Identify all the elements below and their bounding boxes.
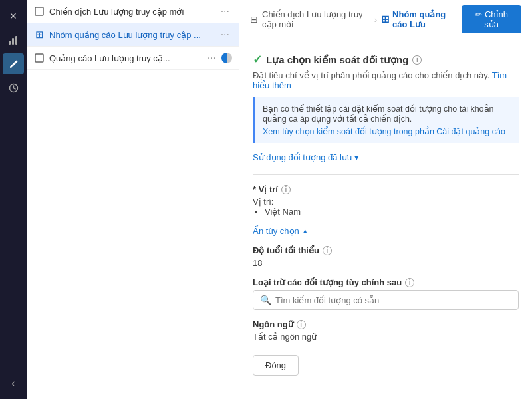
breadcrumb: ⊟ Chiến dịch Lưu lượng truy cập mới › ⊞ …	[250, 9, 462, 29]
content-body: ✓ Lựa chọn kiểm soát đối tượng i Đặt tiê…	[239, 39, 532, 399]
section-title: ✓ Lựa chọn kiểm soát đối tượng i	[253, 53, 519, 66]
adgroup-dots[interactable]: ···	[218, 29, 232, 41]
info-box-line1: Bạn có thể thiết lập cài đặt kiểm soát đ…	[263, 104, 511, 124]
campaign-label: Chiến dịch Lưu lượng truy cập mới	[49, 7, 218, 17]
svg-line-5	[13, 88, 15, 89]
info-box: Bạn có thể thiết lập cài đặt kiểm soát đ…	[253, 97, 519, 143]
edit-icon-btn[interactable]	[3, 53, 24, 74]
icon-sidebar: ✕ ‹	[0, 0, 27, 399]
close-button[interactable]: Đóng	[253, 355, 299, 376]
svg-rect-2	[15, 36, 17, 45]
ad-label: Quảng cáo Lưu lượng truy cậ...	[49, 53, 205, 63]
language-info-icon[interactable]: i	[297, 320, 306, 329]
breadcrumb-separator: ›	[374, 15, 377, 25]
adgroup-breadcrumb-icon: ⊞	[381, 13, 390, 25]
exclude-label: Loại trừ các đối tượng tùy chính sau i	[253, 277, 519, 287]
search-icon: 🔍	[260, 295, 271, 305]
info-box-link[interactable]: Xem tùy chọn kiểm soát đối tượng trong p…	[263, 127, 505, 136]
breadcrumb-page-icon: ⊟	[250, 14, 258, 25]
hide-options-btn[interactable]: Ẩn tùy chọn ▲	[253, 226, 309, 236]
min-age-label: Độ tuổi tối thiểu i	[253, 245, 519, 255]
section-info-icon[interactable]: i	[412, 55, 422, 65]
main-content: ⊟ Chiến dịch Lưu lượng truy cập mới › ⊞ …	[239, 0, 532, 399]
breadcrumb-campaign[interactable]: Chiến dịch Lưu lượng truy cập mới	[262, 9, 370, 29]
ad-status-badge	[221, 53, 232, 63]
divider-1	[253, 174, 519, 175]
check-icon: ✓	[253, 53, 262, 66]
svg-rect-6	[35, 7, 43, 15]
campaign-dots[interactable]: ···	[218, 5, 232, 17]
tree-item-adgroup[interactable]: ⊞ Nhóm quảng cáo Lưu lượng truy cập ... …	[27, 23, 239, 47]
adgroup-label: Nhóm quảng cáo Lưu lượng truy cập ...	[49, 30, 218, 40]
location-info-icon[interactable]: i	[281, 185, 291, 194]
language-value: Tất cả ngôn ngữ	[253, 332, 519, 342]
subtitle-text: Đặt tiêu chí về vị trí phân phối quảng c…	[253, 70, 489, 80]
campaign-icon	[33, 5, 45, 17]
min-age-value: 18	[253, 258, 519, 268]
min-age-info-icon[interactable]: i	[323, 246, 332, 255]
svg-rect-0	[9, 41, 11, 45]
language-label: Ngôn ngữ i	[253, 319, 519, 329]
adgroup-icon: ⊞	[33, 29, 45, 41]
breadcrumb-current-label: Nhóm quảng cáo Lưu	[392, 9, 462, 29]
svg-rect-1	[12, 38, 14, 45]
close-btn[interactable]: ✕	[3, 5, 24, 27]
tree-panel: Chiến dịch Lưu lượng truy cập mới ··· ⊞ …	[27, 0, 239, 399]
search-input[interactable]	[275, 295, 511, 305]
breadcrumb-current: ⊞ Nhóm quảng cáo Lưu	[381, 9, 462, 29]
exclude-info-icon[interactable]: i	[405, 278, 414, 287]
breadcrumb-bar: ⊟ Chiến dịch Lưu lượng truy cập mới › ⊞ …	[239, 0, 532, 39]
location-item-vietnam: Việt Nam	[265, 207, 519, 217]
clock-icon-btn[interactable]	[3, 77, 24, 98]
saved-audience-btn[interactable]: Sử dụng đối tượng đã lưu ▾	[253, 152, 359, 162]
chart-icon-btn[interactable]	[3, 29, 24, 51]
ad-dots[interactable]: ···	[205, 52, 219, 64]
location-list: Việt Nam	[265, 207, 519, 217]
edit-button[interactable]: ✏ Chỉnh sửa	[462, 5, 521, 33]
saved-audience-row: Sử dụng đối tượng đã lưu ▾	[253, 152, 519, 162]
collapse-arrow[interactable]: ‹	[3, 372, 24, 394]
tree-item-ad[interactable]: Quảng cáo Lưu lượng truy cậ... ···	[27, 47, 239, 70]
search-box[interactable]: 🔍	[253, 290, 519, 310]
svg-rect-7	[35, 54, 43, 62]
section-title-text: Lựa chọn kiểm soát đối tượng	[266, 54, 408, 66]
location-label: * Vị trí i	[253, 184, 519, 194]
tree-item-campaign[interactable]: Chiến dịch Lưu lượng truy cập mới ···	[27, 0, 239, 23]
subtitle: Đặt tiêu chí về vị trí phân phối quảng c…	[253, 70, 519, 90]
ad-icon	[33, 52, 45, 64]
location-value: Vị trí: Việt Nam	[253, 197, 519, 217]
